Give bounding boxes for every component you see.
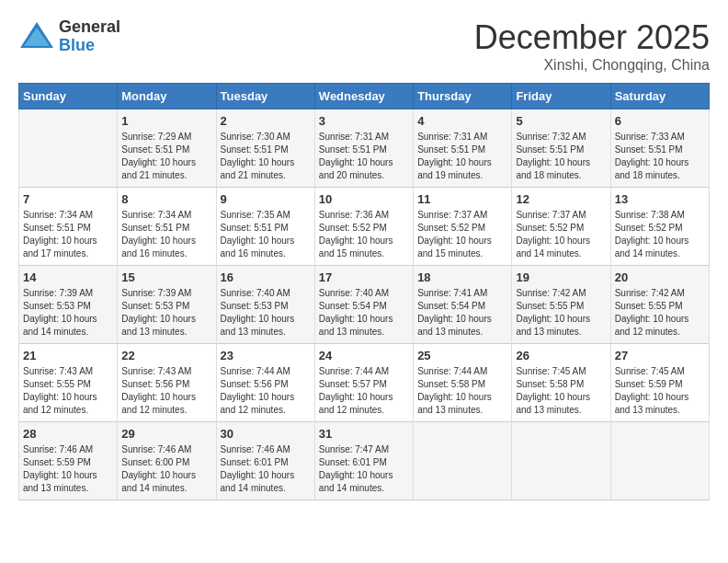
day-number: 14	[23, 270, 113, 284]
header-cell-wednesday: Wednesday	[314, 84, 413, 109]
day-info: Sunrise: 7:34 AM Sunset: 5:51 PM Dayligh…	[121, 209, 211, 260]
day-cell	[610, 422, 709, 500]
day-cell: 31Sunrise: 7:47 AM Sunset: 6:01 PM Dayli…	[314, 422, 413, 500]
day-info: Sunrise: 7:35 AM Sunset: 5:51 PM Dayligh…	[221, 209, 311, 260]
day-cell: 17Sunrise: 7:40 AM Sunset: 5:54 PM Dayli…	[314, 266, 413, 344]
calendar-subtitle: Xinshi, Chongqing, China	[474, 57, 710, 74]
day-number: 9	[221, 192, 311, 206]
day-cell: 29Sunrise: 7:46 AM Sunset: 6:00 PM Dayli…	[118, 422, 216, 500]
day-info: Sunrise: 7:40 AM Sunset: 5:54 PM Dayligh…	[319, 287, 409, 339]
day-number: 7	[23, 192, 113, 206]
day-cell: 24Sunrise: 7:44 AM Sunset: 5:57 PM Dayli…	[314, 344, 413, 422]
day-cell: 25Sunrise: 7:44 AM Sunset: 5:58 PM Dayli…	[414, 344, 512, 422]
day-info: Sunrise: 7:47 AM Sunset: 6:01 PM Dayligh…	[319, 443, 409, 495]
day-info: Sunrise: 7:33 AM Sunset: 5:51 PM Dayligh…	[615, 131, 705, 182]
day-cell: 11Sunrise: 7:37 AM Sunset: 5:52 PM Dayli…	[414, 188, 512, 266]
day-number: 28	[23, 427, 113, 441]
day-info: Sunrise: 7:39 AM Sunset: 5:53 PM Dayligh…	[23, 287, 113, 339]
day-number: 1	[121, 114, 211, 128]
week-row-4: 21Sunrise: 7:43 AM Sunset: 5:55 PM Dayli…	[19, 344, 710, 422]
day-info: Sunrise: 7:37 AM Sunset: 5:52 PM Dayligh…	[417, 209, 507, 260]
day-number: 26	[516, 349, 606, 362]
day-number: 11	[417, 192, 507, 206]
day-number: 20	[615, 270, 705, 284]
day-info: Sunrise: 7:41 AM Sunset: 5:54 PM Dayligh…	[417, 287, 507, 339]
day-number: 22	[121, 349, 211, 362]
day-cell: 16Sunrise: 7:40 AM Sunset: 5:53 PM Dayli…	[216, 266, 314, 344]
header-cell-sunday: Sunday	[19, 84, 118, 109]
day-cell: 4Sunrise: 7:31 AM Sunset: 5:51 PM Daylig…	[414, 109, 512, 188]
day-number: 24	[319, 349, 409, 362]
title-block: December 2025 Xinshi, Chongqing, China	[474, 18, 710, 74]
day-cell: 20Sunrise: 7:42 AM Sunset: 5:55 PM Dayli…	[610, 266, 709, 344]
day-cell: 21Sunrise: 7:43 AM Sunset: 5:55 PM Dayli…	[19, 344, 118, 422]
day-number: 21	[23, 349, 113, 362]
week-row-3: 14Sunrise: 7:39 AM Sunset: 5:53 PM Dayli…	[19, 266, 710, 344]
day-info: Sunrise: 7:29 AM Sunset: 5:51 PM Dayligh…	[121, 131, 211, 182]
logo-general-text: General	[59, 18, 120, 37]
day-number: 4	[417, 114, 507, 128]
day-info: Sunrise: 7:31 AM Sunset: 5:51 PM Dayligh…	[319, 131, 409, 182]
logo: General Blue	[18, 18, 120, 55]
day-cell: 14Sunrise: 7:39 AM Sunset: 5:53 PM Dayli…	[19, 266, 118, 344]
day-cell: 1Sunrise: 7:29 AM Sunset: 5:51 PM Daylig…	[118, 109, 216, 188]
day-cell: 8Sunrise: 7:34 AM Sunset: 5:51 PM Daylig…	[118, 188, 216, 266]
calendar-table: SundayMondayTuesdayWednesdayThursdayFrid…	[18, 83, 710, 500]
day-info: Sunrise: 7:38 AM Sunset: 5:52 PM Dayligh…	[615, 209, 705, 260]
day-number: 17	[319, 270, 409, 284]
day-number: 13	[615, 192, 705, 206]
header-cell-thursday: Thursday	[414, 84, 512, 109]
day-cell	[512, 422, 610, 500]
day-cell	[414, 422, 512, 500]
page-header: General Blue December 2025 Xinshi, Chong…	[18, 18, 710, 74]
day-number: 3	[319, 114, 409, 128]
header-cell-friday: Friday	[512, 84, 610, 109]
day-cell: 19Sunrise: 7:42 AM Sunset: 5:55 PM Dayli…	[512, 266, 610, 344]
day-number: 29	[121, 427, 211, 441]
day-cell: 15Sunrise: 7:39 AM Sunset: 5:53 PM Dayli…	[118, 266, 216, 344]
day-cell: 7Sunrise: 7:34 AM Sunset: 5:51 PM Daylig…	[19, 188, 118, 266]
day-info: Sunrise: 7:46 AM Sunset: 6:00 PM Dayligh…	[121, 443, 211, 495]
day-info: Sunrise: 7:30 AM Sunset: 5:51 PM Dayligh…	[221, 131, 311, 182]
day-info: Sunrise: 7:45 AM Sunset: 5:58 PM Dayligh…	[516, 365, 606, 417]
day-number: 16	[221, 270, 311, 284]
header-cell-monday: Monday	[118, 84, 216, 109]
day-info: Sunrise: 7:44 AM Sunset: 5:57 PM Dayligh…	[319, 365, 409, 417]
logo-blue-text: Blue	[59, 37, 120, 55]
day-cell: 23Sunrise: 7:44 AM Sunset: 5:56 PM Dayli…	[216, 344, 314, 422]
day-info: Sunrise: 7:46 AM Sunset: 5:59 PM Dayligh…	[23, 443, 113, 495]
day-number: 5	[516, 114, 606, 128]
day-number: 15	[121, 270, 211, 284]
day-info: Sunrise: 7:39 AM Sunset: 5:53 PM Dayligh…	[121, 287, 211, 339]
day-info: Sunrise: 7:46 AM Sunset: 6:01 PM Dayligh…	[221, 443, 311, 495]
day-cell: 6Sunrise: 7:33 AM Sunset: 5:51 PM Daylig…	[610, 109, 709, 188]
day-number: 25	[417, 349, 507, 362]
day-number: 19	[516, 270, 606, 284]
week-row-5: 28Sunrise: 7:46 AM Sunset: 5:59 PM Dayli…	[19, 422, 710, 500]
day-cell: 18Sunrise: 7:41 AM Sunset: 5:54 PM Dayli…	[414, 266, 512, 344]
header-cell-tuesday: Tuesday	[216, 84, 314, 109]
day-cell: 13Sunrise: 7:38 AM Sunset: 5:52 PM Dayli…	[610, 188, 709, 266]
day-cell: 3Sunrise: 7:31 AM Sunset: 5:51 PM Daylig…	[314, 109, 413, 188]
day-cell	[19, 109, 118, 188]
day-info: Sunrise: 7:42 AM Sunset: 5:55 PM Dayligh…	[516, 287, 606, 339]
day-cell: 12Sunrise: 7:37 AM Sunset: 5:52 PM Dayli…	[512, 188, 610, 266]
day-info: Sunrise: 7:32 AM Sunset: 5:51 PM Dayligh…	[516, 131, 606, 182]
day-info: Sunrise: 7:45 AM Sunset: 5:59 PM Dayligh…	[615, 365, 705, 417]
day-number: 12	[516, 192, 606, 206]
day-cell: 30Sunrise: 7:46 AM Sunset: 6:01 PM Dayli…	[216, 422, 314, 500]
week-row-1: 1Sunrise: 7:29 AM Sunset: 5:51 PM Daylig…	[19, 109, 710, 188]
day-info: Sunrise: 7:44 AM Sunset: 5:56 PM Dayligh…	[221, 365, 311, 417]
day-number: 31	[319, 427, 409, 441]
day-number: 6	[615, 114, 705, 128]
day-number: 27	[615, 349, 705, 362]
day-info: Sunrise: 7:44 AM Sunset: 5:58 PM Dayligh…	[417, 365, 507, 417]
day-cell: 28Sunrise: 7:46 AM Sunset: 5:59 PM Dayli…	[19, 422, 118, 500]
day-info: Sunrise: 7:43 AM Sunset: 5:56 PM Dayligh…	[121, 365, 211, 417]
day-cell: 5Sunrise: 7:32 AM Sunset: 5:51 PM Daylig…	[512, 109, 610, 188]
day-cell: 2Sunrise: 7:30 AM Sunset: 5:51 PM Daylig…	[216, 109, 314, 188]
day-info: Sunrise: 7:40 AM Sunset: 5:53 PM Dayligh…	[221, 287, 311, 339]
day-number: 8	[121, 192, 211, 206]
day-info: Sunrise: 7:34 AM Sunset: 5:51 PM Dayligh…	[23, 209, 113, 260]
week-row-2: 7Sunrise: 7:34 AM Sunset: 5:51 PM Daylig…	[19, 188, 710, 266]
